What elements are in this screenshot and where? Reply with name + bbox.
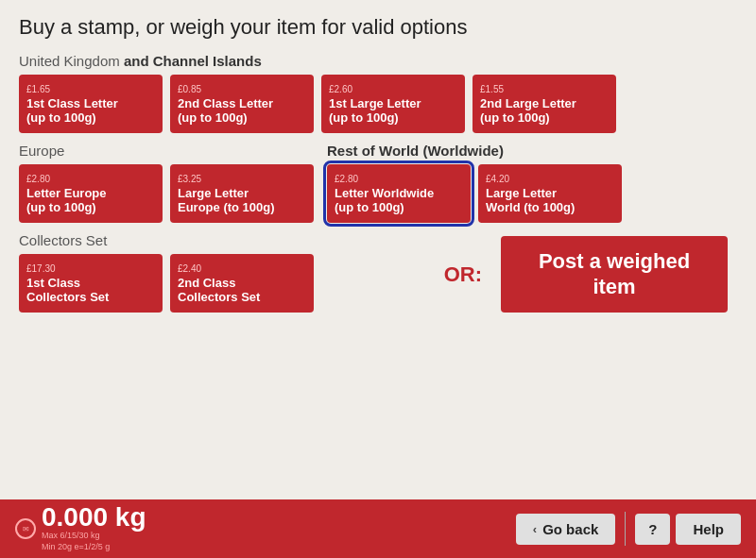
post-weighed-row: OR: Post a weigheditem — [444, 236, 737, 313]
stamp-price: £17.30 — [26, 263, 56, 274]
stamp-btn-1st-class-letter[interactable]: £1.65 1st Class Letter(up to 100g) — [19, 75, 163, 133]
question-mark-label: ? — [648, 521, 657, 537]
uk-stamp-grid: £1.65 1st Class Letter(up to 100g) £0.85… — [19, 75, 737, 133]
stamp-price: £0.85 — [178, 84, 201, 94]
collectors-section: Collectors Set £17.30 1st ClassCollector… — [19, 232, 314, 313]
stamp-label: 1st Large Letter(up to 100g) — [329, 96, 421, 126]
stamp-btn-2nd-class-collectors[interactable]: £2.40 2nd ClassCollectors Set — [170, 254, 314, 313]
stamp-label: 1st Class Letter(up to 100g) — [26, 96, 118, 126]
stamp-btn-2nd-class-letter[interactable]: £0.85 2nd Class Letter(up to 100g) — [170, 75, 314, 133]
stamp-label: 2nd Large Letter(up to 100g) — [480, 96, 576, 126]
weight-display: 0.000 kg Max 6/15/30 kg Min 20g e=1/2/5 … — [42, 504, 516, 552]
stamp-price: £2.40 — [178, 263, 201, 274]
bottom-nav: ‹ Go back ? Help — [516, 512, 741, 546]
stamp-price: £3.25 — [178, 174, 201, 184]
europe-worldwide-row: Europe £2.80 Letter Europe(up to 100g) £… — [19, 143, 737, 223]
nav-divider — [625, 512, 626, 546]
stamp-label: Large LetterWorld (to 100g) — [486, 186, 575, 215]
stamp-label: Large LetterEurope (to 100g) — [178, 186, 275, 215]
stamp-label: 2nd Class Letter(up to 100g) — [178, 96, 273, 126]
stamp-label: 2nd ClassCollectors Set — [178, 276, 260, 305]
go-back-label: Go back — [542, 521, 598, 537]
uk-section: United Kingdom and Channel Islands £1.65… — [19, 53, 737, 133]
worldwide-section: Rest of World (Worldwide) £2.80 Letter W… — [327, 143, 622, 223]
or-label: OR: — [444, 262, 482, 287]
europe-section-title: Europe — [19, 143, 314, 159]
stamp-label: Letter Europe(up to 100g) — [26, 186, 107, 215]
stamp-price: £2.60 — [329, 84, 352, 94]
chevron-left-icon: ‹ — [533, 522, 537, 536]
help-label: Help — [693, 521, 724, 537]
stamp-btn-2nd-large-letter[interactable]: £1.55 2nd Large Letter(up to 100g) — [472, 75, 616, 133]
stamp-btn-large-letter-world[interactable]: £4.20 Large LetterWorld (to 100g) — [478, 164, 622, 223]
weight-value: 0.000 kg — [42, 504, 516, 531]
stamp-btn-large-letter-europe[interactable]: £3.25 Large LetterEurope (to 100g) — [170, 164, 314, 223]
europe-section: Europe £2.80 Letter Europe(up to 100g) £… — [19, 143, 314, 223]
postmark-icon: ✉ — [15, 518, 36, 539]
stamp-btn-1st-class-collectors[interactable]: £17.30 1st ClassCollectors Set — [19, 254, 163, 313]
help-button[interactable]: Help — [676, 514, 741, 545]
stamp-btn-letter-europe[interactable]: £2.80 Letter Europe(up to 100g) — [19, 164, 163, 223]
collectors-post-row: Collectors Set £17.30 1st ClassCollector… — [19, 232, 737, 313]
stamp-price: £1.55 — [480, 84, 504, 94]
uk-section-title: United Kingdom and Channel Islands — [19, 53, 737, 69]
worldwide-stamp-grid: £2.80 Letter Worldwide(up to 100g) £4.20… — [327, 164, 622, 223]
go-back-button[interactable]: ‹ Go back — [516, 514, 616, 545]
stamp-price: £2.80 — [335, 174, 358, 184]
worldwide-section-title: Rest of World (Worldwide) — [327, 143, 622, 159]
page-title: Buy a stamp, or weigh your item for vali… — [19, 15, 737, 40]
weight-sub1: Max 6/15/30 kg — [42, 531, 516, 542]
stamp-price: £2.80 — [26, 174, 50, 184]
question-mark-button[interactable]: ? — [635, 514, 670, 545]
stamp-price: £4.20 — [486, 174, 509, 184]
collectors-stamp-grid: £17.30 1st ClassCollectors Set £2.40 2nd… — [19, 254, 314, 313]
stamp-price: £1.65 — [26, 84, 50, 94]
stamp-label: Letter Worldwide(up to 100g) — [335, 186, 434, 215]
stamp-btn-1st-large-letter[interactable]: £2.60 1st Large Letter(up to 100g) — [321, 75, 465, 133]
stamp-btn-letter-worldwide[interactable]: £2.80 Letter Worldwide(up to 100g) — [327, 164, 471, 223]
collectors-section-title: Collectors Set — [19, 232, 314, 248]
bottom-bar: ✉ 0.000 kg Max 6/15/30 kg Min 20g e=1/2/… — [0, 499, 756, 558]
europe-stamp-grid: £2.80 Letter Europe(up to 100g) £3.25 La… — [19, 164, 314, 223]
post-weighed-button[interactable]: Post a weigheditem — [501, 236, 728, 313]
weight-sub2: Min 20g e=1/2/5 g — [42, 542, 516, 553]
stamp-label: 1st ClassCollectors Set — [26, 276, 109, 305]
